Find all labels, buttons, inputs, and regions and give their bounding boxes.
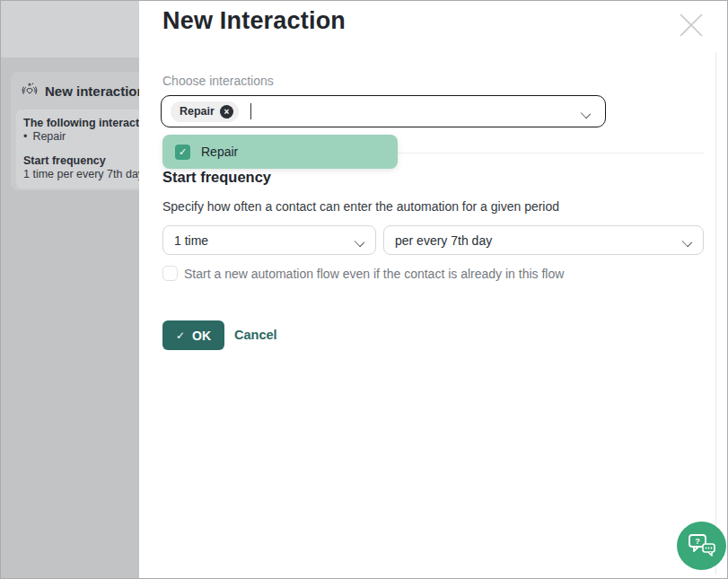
text-cursor (250, 103, 251, 119)
side-frequency-value: 1 time per every 7th day. (23, 168, 149, 181)
period-select[interactable]: per every 7th day (383, 225, 704, 255)
chevron-down-icon[interactable] (582, 109, 591, 118)
chevron-down-icon (355, 237, 364, 246)
svg-text:?: ? (695, 537, 700, 546)
period-select-value: per every 7th day (395, 233, 492, 248)
scrollbar-track[interactable] (715, 52, 716, 575)
ok-button-label: OK (192, 329, 211, 343)
start-frequency-description: Specify how often a contact can enter th… (162, 199, 559, 214)
times-select-value: 1 time (174, 233, 208, 248)
restart-flow-checkbox[interactable] (162, 266, 178, 281)
interaction-icon (22, 82, 38, 101)
ok-button[interactable]: ✓ OK (162, 320, 224, 350)
new-interaction-dialog: New Interaction Choose interactions Repa… (139, 0, 728, 579)
option-checkbox-checked-icon[interactable]: ✓ (175, 145, 190, 160)
choose-interactions-label: Choose interactions (162, 74, 274, 88)
side-summary-item: Repair (32, 130, 66, 144)
side-card-body: The following interaction type: • Repair… (16, 110, 153, 189)
restart-flow-label: Start a new automation flow even if the … (184, 267, 564, 281)
chevron-down-icon (683, 237, 692, 246)
bullet-dot: • (23, 130, 27, 144)
help-chat-button[interactable]: ? (677, 522, 726, 570)
selected-tag-label: Repair (180, 105, 215, 118)
interactions-multiselect-input[interactable]: Repair × (161, 95, 606, 127)
dropdown-option-repair[interactable]: ✓ Repair (162, 135, 398, 169)
close-icon[interactable] (677, 11, 706, 39)
side-card-title: New interaction (45, 83, 145, 99)
dialog-title: New Interaction (162, 7, 346, 35)
side-summary-heading: The following interaction type: (23, 117, 149, 130)
cancel-button[interactable]: Cancel (234, 328, 277, 342)
check-icon: ✓ (176, 329, 185, 342)
chat-icon: ? (687, 532, 717, 559)
side-frequency-heading: Start frequency (23, 154, 149, 168)
remove-tag-icon[interactable]: × (220, 105, 233, 118)
option-label: Repair (201, 145, 238, 159)
start-frequency-heading: Start frequency (162, 169, 271, 186)
times-select[interactable]: 1 time (162, 225, 376, 255)
interaction-summary-card: New interaction The following interactio… (11, 72, 153, 190)
selected-tag-chip: Repair × (171, 101, 239, 122)
